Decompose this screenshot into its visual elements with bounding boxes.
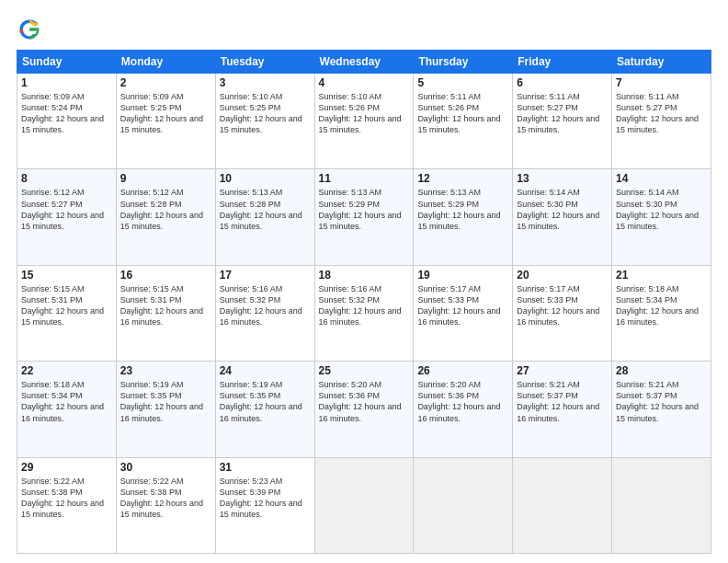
day-detail: Sunrise: 5:17 AMSunset: 5:33 PMDaylight:… [517,284,599,327]
calendar-cell: 19 Sunrise: 5:17 AMSunset: 5:33 PMDaylig… [414,265,513,361]
day-detail: Sunrise: 5:17 AMSunset: 5:33 PMDaylight:… [417,284,500,327]
calendar-cell: 9 Sunrise: 5:12 AMSunset: 5:28 PMDayligh… [116,169,215,265]
logo-icon [17,17,42,42]
day-detail: Sunrise: 5:12 AMSunset: 5:28 PMDaylight:… [120,188,203,230]
day-number: 15 [21,269,112,282]
calendar-cell: 15 Sunrise: 5:15 AMSunset: 5:31 PMDaylig… [17,265,117,361]
weekday-header: Sunday [17,51,117,74]
day-number: 2 [120,76,211,89]
day-number: 8 [21,172,112,185]
empty-cell [314,457,414,553]
calendar-cell: 1 Sunrise: 5:09 AMSunset: 5:24 PMDayligh… [17,74,117,169]
day-number: 23 [120,364,211,377]
day-detail: Sunrise: 5:09 AMSunset: 5:25 PMDaylight:… [120,92,203,134]
day-number: 25 [319,364,410,377]
day-number: 18 [319,269,410,282]
weekday-header: Saturday [612,51,711,74]
calendar-cell: 28 Sunrise: 5:21 AMSunset: 5:37 PMDaylig… [612,362,711,457]
calendar-cell: 20 Sunrise: 5:17 AMSunset: 5:33 PMDaylig… [513,265,612,361]
day-number: 19 [417,269,508,282]
day-detail: Sunrise: 5:16 AMSunset: 5:32 PMDaylight:… [319,284,402,327]
day-number: 22 [21,364,112,377]
calendar-cell: 17 Sunrise: 5:16 AMSunset: 5:32 PMDaylig… [215,265,314,361]
empty-cell [414,457,513,553]
calendar-cell: 22 Sunrise: 5:18 AMSunset: 5:34 PMDaylig… [17,362,117,457]
calendar-cell: 13 Sunrise: 5:14 AMSunset: 5:30 PMDaylig… [513,169,612,265]
day-number: 3 [220,76,311,89]
weekday-header: Tuesday [215,51,314,74]
day-detail: Sunrise: 5:11 AMSunset: 5:26 PMDaylight:… [417,92,500,134]
day-detail: Sunrise: 5:13 AMSunset: 5:29 PMDaylight:… [319,188,402,230]
calendar-cell: 25 Sunrise: 5:20 AMSunset: 5:36 PMDaylig… [314,362,414,457]
svg-marker-1 [20,29,24,33]
day-number: 21 [616,269,707,282]
calendar-cell: 31 Sunrise: 5:23 AMSunset: 5:39 PMDaylig… [215,457,314,553]
day-detail: Sunrise: 5:11 AMSunset: 5:27 PMDaylight:… [616,92,699,134]
day-number: 6 [517,76,608,89]
day-number: 26 [417,364,508,377]
calendar-cell: 21 Sunrise: 5:18 AMSunset: 5:34 PMDaylig… [612,265,711,361]
calendar-cell: 18 Sunrise: 5:16 AMSunset: 5:32 PMDaylig… [314,265,414,361]
day-number: 27 [517,364,608,377]
day-detail: Sunrise: 5:20 AMSunset: 5:36 PMDaylight:… [417,380,500,422]
day-detail: Sunrise: 5:16 AMSunset: 5:32 PMDaylight:… [220,284,302,327]
calendar-cell: 27 Sunrise: 5:21 AMSunset: 5:37 PMDaylig… [513,362,612,457]
calendar-cell: 7 Sunrise: 5:11 AMSunset: 5:27 PMDayligh… [612,74,711,169]
day-detail: Sunrise: 5:09 AMSunset: 5:24 PMDaylight:… [21,92,104,134]
day-detail: Sunrise: 5:22 AMSunset: 5:38 PMDaylight:… [120,477,203,519]
day-detail: Sunrise: 5:18 AMSunset: 5:34 PMDaylight:… [616,284,699,327]
day-detail: Sunrise: 5:22 AMSunset: 5:38 PMDaylight:… [21,477,104,519]
day-number: 24 [220,364,311,377]
day-number: 20 [517,269,608,282]
header [17,17,711,42]
day-number: 10 [220,172,311,185]
day-number: 13 [517,172,608,185]
weekday-header: Thursday [414,51,513,74]
empty-cell [513,457,612,553]
day-number: 5 [417,76,508,89]
day-number: 30 [120,461,211,474]
day-detail: Sunrise: 5:14 AMSunset: 5:30 PMDaylight:… [517,188,599,230]
day-detail: Sunrise: 5:12 AMSunset: 5:27 PMDaylight:… [21,188,104,230]
calendar-cell: 8 Sunrise: 5:12 AMSunset: 5:27 PMDayligh… [17,169,117,265]
day-detail: Sunrise: 5:10 AMSunset: 5:26 PMDaylight:… [319,92,402,134]
day-number: 14 [616,172,707,185]
calendar-table: SundayMondayTuesdayWednesdayThursdayFrid… [17,50,711,554]
calendar-cell: 10 Sunrise: 5:13 AMSunset: 5:28 PMDaylig… [215,169,314,265]
calendar-cell: 4 Sunrise: 5:10 AMSunset: 5:26 PMDayligh… [314,74,414,169]
day-detail: Sunrise: 5:15 AMSunset: 5:31 PMDaylight:… [120,284,203,327]
calendar-cell: 6 Sunrise: 5:11 AMSunset: 5:27 PMDayligh… [513,74,612,169]
day-detail: Sunrise: 5:13 AMSunset: 5:28 PMDaylight:… [220,188,302,230]
day-detail: Sunrise: 5:23 AMSunset: 5:39 PMDaylight:… [220,477,302,519]
calendar-cell: 5 Sunrise: 5:11 AMSunset: 5:26 PMDayligh… [414,74,513,169]
logo [17,17,46,42]
day-number: 11 [319,172,410,185]
calendar-cell: 24 Sunrise: 5:19 AMSunset: 5:35 PMDaylig… [215,362,314,457]
day-number: 9 [120,172,211,185]
day-number: 7 [616,76,707,89]
calendar-cell: 23 Sunrise: 5:19 AMSunset: 5:35 PMDaylig… [116,362,215,457]
day-number: 17 [220,269,311,282]
weekday-header: Wednesday [314,51,414,74]
day-detail: Sunrise: 5:10 AMSunset: 5:25 PMDaylight:… [220,92,302,134]
day-number: 29 [21,461,112,474]
calendar-cell: 26 Sunrise: 5:20 AMSunset: 5:36 PMDaylig… [414,362,513,457]
calendar-cell: 2 Sunrise: 5:09 AMSunset: 5:25 PMDayligh… [116,74,215,169]
empty-cell [612,457,711,553]
day-number: 12 [417,172,508,185]
day-detail: Sunrise: 5:19 AMSunset: 5:35 PMDaylight:… [220,380,302,422]
page: SundayMondayTuesdayWednesdayThursdayFrid… [0,0,728,563]
day-number: 28 [616,364,707,377]
day-detail: Sunrise: 5:21 AMSunset: 5:37 PMDaylight:… [616,380,699,422]
day-number: 1 [21,76,112,89]
day-detail: Sunrise: 5:13 AMSunset: 5:29 PMDaylight:… [417,188,500,230]
calendar-cell: 16 Sunrise: 5:15 AMSunset: 5:31 PMDaylig… [116,265,215,361]
calendar-cell: 30 Sunrise: 5:22 AMSunset: 5:38 PMDaylig… [116,457,215,553]
day-detail: Sunrise: 5:19 AMSunset: 5:35 PMDaylight:… [120,380,203,422]
day-number: 4 [319,76,410,89]
calendar-cell: 12 Sunrise: 5:13 AMSunset: 5:29 PMDaylig… [414,169,513,265]
calendar-cell: 11 Sunrise: 5:13 AMSunset: 5:29 PMDaylig… [314,169,414,265]
day-detail: Sunrise: 5:14 AMSunset: 5:30 PMDaylight:… [616,188,699,230]
day-detail: Sunrise: 5:18 AMSunset: 5:34 PMDaylight:… [21,380,104,422]
day-detail: Sunrise: 5:21 AMSunset: 5:37 PMDaylight:… [517,380,599,422]
